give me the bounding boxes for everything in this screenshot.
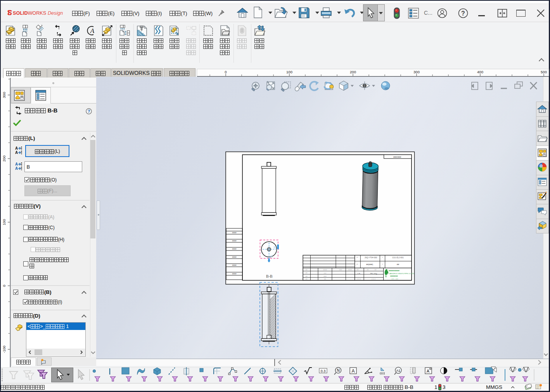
svg-text:N: N	[337, 368, 339, 373]
svg-text:A1: A1	[396, 369, 400, 373]
svg-text:A: A	[351, 368, 355, 374]
svg-text:A: A	[427, 369, 430, 373]
svg-text:0.3: 0.3	[321, 369, 326, 373]
